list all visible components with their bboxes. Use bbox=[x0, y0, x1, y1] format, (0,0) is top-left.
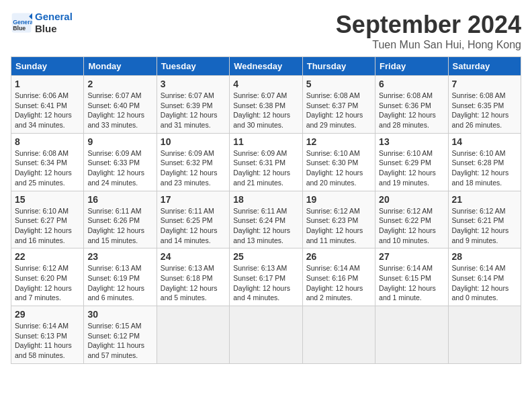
table-row: 25Sunrise: 6:13 AMSunset: 6:17 PMDayligh… bbox=[230, 248, 302, 306]
logo-text: General bbox=[35, 11, 73, 23]
table-row: 16Sunrise: 6:11 AMSunset: 6:26 PMDayligh… bbox=[84, 191, 157, 248]
table-row: 4Sunrise: 6:07 AMSunset: 6:38 PMDaylight… bbox=[230, 76, 302, 134]
table-row: 3Sunrise: 6:07 AMSunset: 6:39 PMDaylight… bbox=[157, 76, 229, 134]
svg-text:General: General bbox=[13, 19, 32, 26]
table-row: 28Sunrise: 6:14 AMSunset: 6:14 PMDayligh… bbox=[448, 248, 521, 306]
table-row: 10Sunrise: 6:09 AMSunset: 6:32 PMDayligh… bbox=[157, 133, 229, 191]
table-row bbox=[157, 306, 229, 364]
table-row: 24Sunrise: 6:13 AMSunset: 6:18 PMDayligh… bbox=[157, 248, 229, 306]
logo: General Blue General Blue bbox=[11, 11, 73, 35]
location-subtitle: Tuen Mun San Hui, Hong Kong bbox=[336, 39, 521, 51]
col-friday: Friday bbox=[375, 57, 448, 76]
col-tuesday: Tuesday bbox=[157, 57, 229, 76]
table-row: 27Sunrise: 6:14 AMSunset: 6:15 PMDayligh… bbox=[375, 248, 448, 306]
title-block: September 2024 Tuen Mun San Hui, Hong Ko… bbox=[336, 11, 521, 51]
table-row: 19Sunrise: 6:12 AMSunset: 6:23 PMDayligh… bbox=[302, 191, 375, 248]
calendar-week-row: 1Sunrise: 6:06 AMSunset: 6:41 PMDaylight… bbox=[11, 76, 521, 134]
table-row: 20Sunrise: 6:12 AMSunset: 6:22 PMDayligh… bbox=[375, 191, 448, 248]
col-sunday: Sunday bbox=[11, 57, 84, 76]
table-row: 26Sunrise: 6:14 AMSunset: 6:16 PMDayligh… bbox=[302, 248, 375, 306]
table-row bbox=[375, 306, 448, 364]
table-row: 2Sunrise: 6:07 AMSunset: 6:40 PMDaylight… bbox=[84, 76, 157, 134]
table-row bbox=[448, 306, 521, 364]
table-row bbox=[302, 306, 375, 364]
table-row: 17Sunrise: 6:11 AMSunset: 6:25 PMDayligh… bbox=[157, 191, 229, 248]
table-row: 23Sunrise: 6:13 AMSunset: 6:19 PMDayligh… bbox=[84, 248, 157, 306]
table-row: 11Sunrise: 6:09 AMSunset: 6:31 PMDayligh… bbox=[230, 133, 302, 191]
table-row: 30Sunrise: 6:15 AMSunset: 6:12 PMDayligh… bbox=[84, 306, 157, 364]
table-row: 15Sunrise: 6:10 AMSunset: 6:27 PMDayligh… bbox=[11, 191, 84, 248]
table-row: 6Sunrise: 6:08 AMSunset: 6:36 PMDaylight… bbox=[375, 76, 448, 134]
table-row: 5Sunrise: 6:08 AMSunset: 6:37 PMDaylight… bbox=[302, 76, 375, 134]
table-row: 8Sunrise: 6:08 AMSunset: 6:34 PMDaylight… bbox=[11, 133, 84, 191]
table-row: 14Sunrise: 6:10 AMSunset: 6:28 PMDayligh… bbox=[448, 133, 521, 191]
page-header: General Blue General Blue September 2024… bbox=[11, 11, 521, 51]
calendar-week-row: 29Sunrise: 6:14 AMSunset: 6:13 PMDayligh… bbox=[11, 306, 521, 364]
calendar-table: Sunday Monday Tuesday Wednesday Thursday… bbox=[11, 56, 521, 364]
table-row bbox=[230, 306, 302, 364]
calendar-week-row: 15Sunrise: 6:10 AMSunset: 6:27 PMDayligh… bbox=[11, 191, 521, 248]
col-monday: Monday bbox=[84, 57, 157, 76]
col-wednesday: Wednesday bbox=[230, 57, 302, 76]
svg-text:Blue: Blue bbox=[13, 25, 26, 32]
month-title: September 2024 bbox=[336, 11, 521, 39]
table-row: 13Sunrise: 6:10 AMSunset: 6:29 PMDayligh… bbox=[375, 133, 448, 191]
table-row: 29Sunrise: 6:14 AMSunset: 6:13 PMDayligh… bbox=[11, 306, 84, 364]
table-row: 1Sunrise: 6:06 AMSunset: 6:41 PMDaylight… bbox=[11, 76, 84, 134]
calendar-week-row: 8Sunrise: 6:08 AMSunset: 6:34 PMDaylight… bbox=[11, 133, 521, 191]
table-row: 18Sunrise: 6:11 AMSunset: 6:24 PMDayligh… bbox=[230, 191, 302, 248]
table-row: 12Sunrise: 6:10 AMSunset: 6:30 PMDayligh… bbox=[302, 133, 375, 191]
calendar-week-row: 22Sunrise: 6:12 AMSunset: 6:20 PMDayligh… bbox=[11, 248, 521, 306]
logo-icon: General Blue bbox=[11, 12, 32, 34]
logo-text2: Blue bbox=[35, 23, 73, 35]
table-row: 22Sunrise: 6:12 AMSunset: 6:20 PMDayligh… bbox=[11, 248, 84, 306]
table-row: 7Sunrise: 6:08 AMSunset: 6:35 PMDaylight… bbox=[448, 76, 521, 134]
col-thursday: Thursday bbox=[302, 57, 375, 76]
calendar-header-row: Sunday Monday Tuesday Wednesday Thursday… bbox=[11, 57, 521, 76]
table-row: 21Sunrise: 6:12 AMSunset: 6:21 PMDayligh… bbox=[448, 191, 521, 248]
col-saturday: Saturday bbox=[448, 57, 521, 76]
table-row: 9Sunrise: 6:09 AMSunset: 6:33 PMDaylight… bbox=[84, 133, 157, 191]
